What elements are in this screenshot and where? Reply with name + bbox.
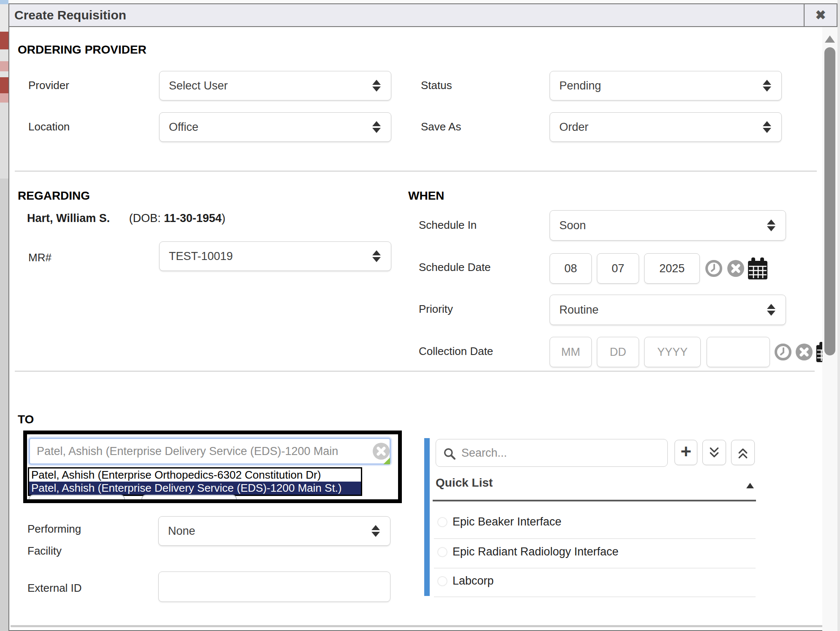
external-id-input[interactable]	[158, 571, 390, 602]
patient-name: Hart, William S.	[27, 212, 110, 225]
modal-titlebar: Create Requisition ✖	[9, 4, 837, 27]
save-as-select-value: Order	[559, 121, 588, 134]
select-arrows-icon	[767, 219, 775, 232]
close-button[interactable]: ✖	[804, 4, 837, 26]
ordering-provider-heading: ORDERING PROVIDER	[18, 43, 146, 57]
double-chevron-down-icon	[708, 446, 721, 460]
collection-date-year-input[interactable]	[644, 337, 701, 367]
schedule-date-label: Schedule Date	[419, 261, 491, 274]
to-suggestion-list: Patel, Ashish (Enterprise Orthopedics-63…	[28, 467, 362, 496]
scroll-up-arrow-icon[interactable]	[825, 35, 835, 43]
location-select-value: Office	[169, 121, 198, 134]
performing-facility-select[interactable]: None	[158, 516, 390, 546]
plus-icon: +	[680, 441, 691, 462]
schedule-date-year-input[interactable]	[644, 253, 700, 284]
collection-date-time-icon[interactable]	[774, 343, 792, 361]
search-input[interactable]	[461, 441, 661, 465]
dob-value: 11-30-1954	[164, 212, 222, 225]
status-select[interactable]: Pending	[550, 71, 782, 100]
page-edge-strip	[837, 0, 840, 631]
provider-select[interactable]: Select User	[159, 71, 391, 100]
quick-list-item[interactable]: Epic Radiant Radiology Interface	[434, 539, 756, 568]
dob-suffix: )	[222, 212, 225, 225]
expand-all-button[interactable]	[702, 440, 726, 465]
obscured-button[interactable]	[141, 495, 237, 503]
when-heading: WHEN	[408, 189, 444, 203]
schedule-date-month-input[interactable]	[550, 253, 592, 284]
schedule-in-select[interactable]: Soon	[550, 210, 786, 241]
quick-list-item-label: Epic Beaker Interface	[453, 515, 561, 528]
collection-date-month-input[interactable]	[550, 337, 592, 367]
select-arrows-icon	[371, 524, 380, 538]
double-chevron-up-icon	[737, 446, 749, 460]
radio-icon[interactable]	[437, 517, 447, 527]
panel-accent-bar	[424, 438, 430, 596]
search-box	[436, 439, 668, 467]
modal-title: Create Requisition	[14, 4, 126, 26]
select-arrows-icon	[372, 79, 381, 92]
quick-list-divider	[433, 500, 756, 501]
radio-icon[interactable]	[437, 547, 447, 557]
mr-label: MR#	[28, 251, 51, 264]
patient-name-line: Hart, William S. (DOB: 11-30-1954)	[27, 212, 225, 225]
select-arrows-icon	[372, 249, 381, 263]
mr-select-value: TEST-10019	[169, 250, 233, 263]
collection-date-time-input[interactable]	[707, 337, 770, 367]
background-app-strip	[0, 0, 8, 631]
radio-icon[interactable]	[437, 576, 447, 586]
schedule-in-value: Soon	[559, 219, 586, 232]
provider-label: Provider	[28, 79, 69, 92]
save-as-label: Save As	[421, 120, 461, 133]
priority-value: Routine	[559, 303, 599, 317]
collection-date-day-input[interactable]	[597, 337, 639, 367]
collection-date-clear-icon[interactable]	[795, 343, 813, 361]
modal-scrollbar[interactable]	[822, 27, 837, 631]
quick-list-heading: Quick List	[436, 476, 493, 490]
to-recipient-input[interactable]	[29, 438, 391, 465]
section-divider	[15, 171, 817, 172]
external-id-label: External ID	[27, 582, 82, 595]
priority-select[interactable]: Routine	[550, 295, 786, 325]
to-recipient-focus-box: Patel, Ashish (Enterprise Orthopedics-63…	[23, 431, 402, 503]
search-icon	[443, 447, 456, 460]
schedule-date-clear-icon[interactable]	[727, 260, 745, 277]
location-label: Location	[28, 120, 70, 133]
performing-facility-value: None	[168, 525, 195, 538]
quick-list-item[interactable]: Labcorp	[434, 569, 756, 596]
collapse-all-button[interactable]	[731, 440, 755, 465]
quick-list-item[interactable]: Epic Beaker Interface	[434, 509, 756, 538]
collapse-section-icon[interactable]	[746, 483, 754, 488]
schedule-date-time-icon[interactable]	[705, 260, 723, 277]
performing-facility-label-line2: Facility	[27, 544, 62, 558]
to-suggestion-option-selected[interactable]: Patel, Ashish (Enterprise Delivery Servi…	[29, 482, 361, 495]
priority-label: Priority	[419, 303, 453, 316]
scrollbar-thumb[interactable]	[824, 47, 835, 355]
mr-select[interactable]: TEST-10019	[159, 241, 391, 271]
select-arrows-icon	[372, 120, 381, 134]
select-arrows-icon	[763, 120, 771, 134]
performing-facility-label-line1: Performing	[27, 523, 81, 536]
select-arrows-icon	[767, 303, 775, 317]
schedule-date-calendar-icon[interactable]	[747, 257, 768, 280]
status-label: Status	[421, 79, 452, 92]
provider-select-value: Select User	[169, 79, 228, 92]
quick-list-item-label: Epic Radiant Radiology Interface	[453, 545, 618, 558]
collection-date-label: Collection Date	[419, 345, 493, 358]
status-select-value: Pending	[559, 79, 601, 92]
select-arrows-icon	[763, 79, 771, 92]
add-recipient-button[interactable]: +	[675, 440, 697, 465]
to-suggestion-option[interactable]: Patel, Ashish (Enterprise Orthopedics-63…	[29, 469, 361, 482]
section-divider	[15, 371, 815, 372]
list-row-divider	[434, 596, 756, 597]
regarding-heading: REGARDING	[18, 189, 90, 203]
schedule-date-day-input[interactable]	[597, 253, 639, 284]
schedule-in-label: Schedule In	[419, 219, 477, 232]
to-heading: TO	[18, 413, 34, 426]
resize-grip[interactable]	[383, 458, 390, 464]
location-select[interactable]: Office	[159, 112, 391, 142]
close-icon: ✖	[815, 8, 826, 22]
obscured-button[interactable]	[29, 495, 125, 503]
save-as-select[interactable]: Order	[550, 112, 782, 142]
quick-list-item-label: Labcorp	[453, 574, 494, 588]
dob-prefix: (DOB:	[129, 212, 164, 225]
